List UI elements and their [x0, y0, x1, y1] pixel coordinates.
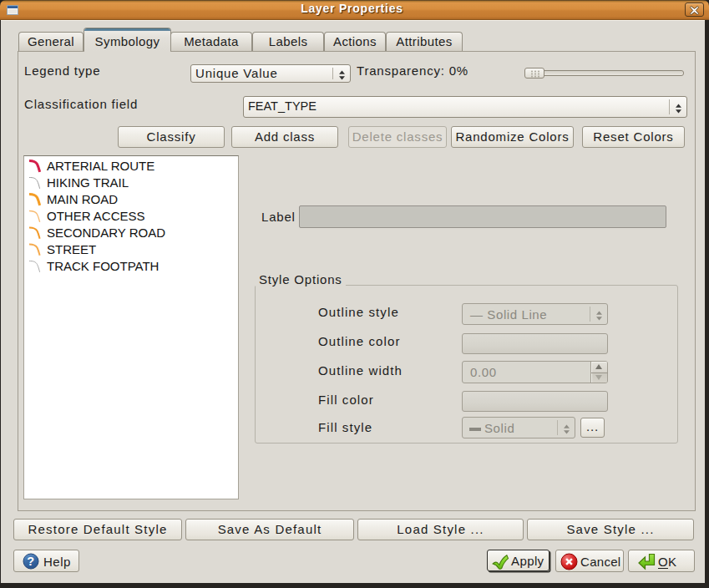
- svg-text:?: ?: [27, 555, 35, 568]
